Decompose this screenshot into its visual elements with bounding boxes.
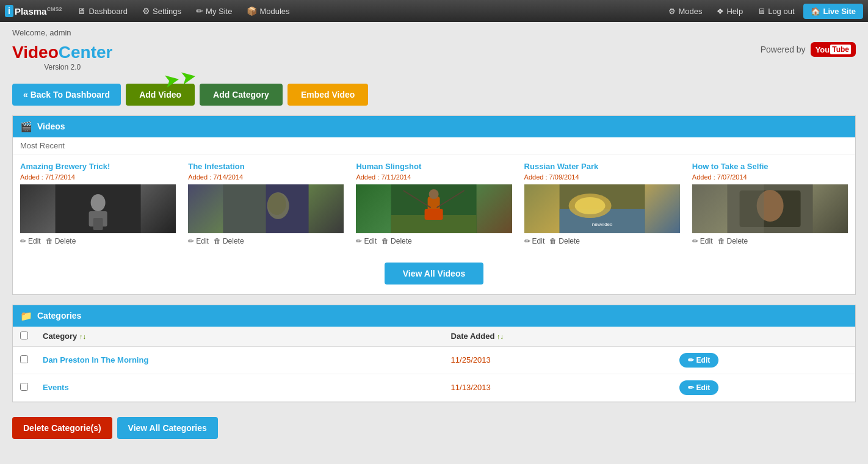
video-item-5: How to Take a Selfie Added : 7/07/2014 ✏… (692, 162, 848, 245)
delete-video-1-button[interactable]: 🗑 Delete (46, 237, 76, 245)
add-category-button[interactable]: Add Category (200, 84, 283, 106)
powered-by-text: Powered by (761, 45, 806, 54)
delete-video-4-button[interactable]: 🗑 Delete (549, 237, 580, 245)
category-sort-icon[interactable]: ↑↓ (79, 333, 86, 340)
cat-row-2-checkbox-cell (13, 374, 35, 401)
video-item-1: Amazing Brewery Trick! Added : 7/17/2014… (20, 162, 176, 245)
back-to-dashboard-button[interactable]: « Back To Dashboard (12, 84, 121, 106)
delete-icon-4: 🗑 (549, 237, 557, 245)
cat-edit-icon-2: ✏ (688, 383, 694, 392)
nav-settings[interactable]: ⚙ Settings (136, 4, 187, 18)
brand-name: PlasmaCMS2 (15, 6, 62, 16)
video-title-5[interactable]: How to Take a Selfie (692, 162, 848, 171)
nav-modes[interactable]: ⚙ Modes (662, 4, 708, 18)
edit-icon-3: ✏ (356, 237, 362, 245)
svg-point-7 (268, 193, 286, 215)
home-icon: 🏠 (811, 7, 820, 16)
select-all-checkbox[interactable] (20, 332, 28, 339)
video-title-1[interactable]: Amazing Brewery Trick! (20, 162, 176, 171)
nav-items: 🖥 Dashboard ⚙ Settings ✏ My Site 📦 Modul… (71, 4, 662, 18)
table-header-date: Date Added ↑↓ (444, 327, 672, 347)
brand-logo: i PlasmaCMS2 (5, 5, 62, 17)
videocenter-title: VideoCenter Version 2.0 (12, 42, 112, 71)
embed-video-button[interactable]: Embed Video (288, 84, 368, 106)
edit-video-3-button[interactable]: ✏ Edit (356, 237, 377, 245)
categories-header: 📁 Categories (13, 305, 855, 327)
nav-mysite[interactable]: ✏ My Site (190, 4, 238, 18)
live-site-label: Live Site (823, 7, 856, 16)
cat-date-1: 11/25/2013 (451, 355, 491, 364)
cat-row-1-checkbox-cell (13, 346, 35, 374)
nav-dashboard-label: Dashboard (89, 7, 128, 16)
col-category-label: Category (43, 332, 77, 341)
delete-categories-button[interactable]: Delete Categorie(s) (12, 417, 112, 439)
table-header-checkbox (13, 327, 35, 347)
delete-icon-5: 🗑 (718, 237, 725, 245)
cat-row-1-date: 11/25/2013 (444, 346, 672, 374)
powered-by: Powered by YouTube (761, 42, 856, 57)
video-date-5: Added : 7/07/2014 (692, 173, 848, 181)
videocenter-header: VideoCenter Version 2.0 Powered by YouTu… (12, 42, 856, 71)
table-row: Dan Preston In The Morning 11/25/2013 ✏ … (13, 346, 855, 374)
video-thumb-4: newvideo (524, 184, 680, 233)
delete-video-2-button[interactable]: 🗑 Delete (214, 237, 244, 245)
video-date-3: Added : 7/11/2014 (356, 173, 512, 181)
cat-row-1-actions: ✏ Edit (672, 346, 855, 374)
categories-panel: 📁 Categories Category ↑↓ Date Added ↑↓ (12, 305, 856, 402)
video-title-2[interactable]: The Infestation (188, 162, 344, 171)
logout-icon: 🖥 (758, 7, 765, 16)
view-all-categories-button[interactable]: View All Categories (117, 417, 218, 439)
edit-video-2-button[interactable]: ✏ Edit (188, 237, 209, 245)
cat-date-2: 11/13/2013 (451, 383, 491, 392)
svg-rect-5 (223, 184, 266, 233)
edit-icon-5: ✏ (692, 237, 698, 245)
live-site-button[interactable]: 🏠 Live Site (803, 4, 863, 19)
videos-title: Videos (37, 121, 65, 131)
delete-video-3-button[interactable]: 🗑 Delete (382, 237, 412, 245)
cat-row-2-checkbox[interactable] (20, 383, 28, 391)
delete-video-5-button[interactable]: 🗑 Delete (718, 237, 748, 245)
edit-video-5-button[interactable]: ✏ Edit (692, 237, 713, 245)
video-title-4[interactable]: Russian Water Park (524, 162, 680, 171)
date-sort-icon[interactable]: ↑↓ (497, 333, 504, 340)
video-grid: Amazing Brewery Trick! Added : 7/17/2014… (13, 154, 855, 253)
nav-logout[interactable]: 🖥 Log out (751, 4, 800, 18)
cat-name-2[interactable]: Events (43, 383, 69, 392)
video-item-2: The Infestation Added : 7/14/2014 ✏ Edit (188, 162, 344, 245)
nav-logout-label: Log out (768, 7, 794, 16)
action-buttons: ➤➤ « Back To Dashboard Add Video Add Cat… (12, 84, 856, 106)
most-recent-label: Most Recent (13, 137, 855, 154)
youtube-you: You (816, 45, 830, 54)
svg-rect-3 (93, 218, 103, 230)
categories-title: Categories (37, 311, 81, 321)
table-header-actions (672, 327, 855, 347)
nav-mysite-label: My Site (206, 7, 232, 16)
categories-table: Category ↑↓ Date Added ↑↓ Da (13, 327, 855, 402)
video-actions-3: ✏ Edit 🗑 Delete (356, 237, 512, 245)
delete-icon-1: 🗑 (46, 237, 53, 245)
nav-modules-label: Modules (259, 7, 289, 16)
col-date-label: Date Added (451, 332, 495, 341)
cat-row-1-checkbox[interactable] (20, 355, 28, 363)
nav-right: ⚙ Modes ❖ Help 🖥 Log out 🏠 Live Site (662, 4, 863, 19)
svg-rect-23 (727, 184, 764, 233)
cat-name-1[interactable]: Dan Preston In The Morning (43, 355, 148, 364)
view-all-videos-button[interactable]: View All Videos (385, 263, 483, 285)
edit-video-4-button[interactable]: ✏ Edit (524, 237, 545, 245)
title-center: Center (59, 43, 113, 62)
video-title-3[interactable]: Human Slingshot (356, 162, 512, 171)
modules-icon: 📦 (247, 6, 257, 16)
cat-edit-1-button[interactable]: ✏ Edit (679, 353, 719, 368)
edit-video-1-button[interactable]: ✏ Edit (20, 237, 41, 245)
nav-modules[interactable]: 📦 Modules (241, 4, 295, 18)
view-all-videos-container: View All Videos (13, 253, 855, 294)
edit-icon-4: ✏ (524, 237, 530, 245)
welcome-message: Welcome, admin (12, 28, 856, 37)
nav-help[interactable]: ❖ Help (711, 4, 749, 18)
mysite-icon: ✏ (196, 6, 203, 16)
delete-icon-2: 🗑 (214, 237, 221, 245)
cat-edit-2-button[interactable]: ✏ Edit (679, 380, 719, 395)
nav-dashboard[interactable]: 🖥 Dashboard (71, 4, 134, 18)
svg-point-1 (91, 194, 106, 211)
svg-text:newvideo: newvideo (591, 222, 612, 227)
